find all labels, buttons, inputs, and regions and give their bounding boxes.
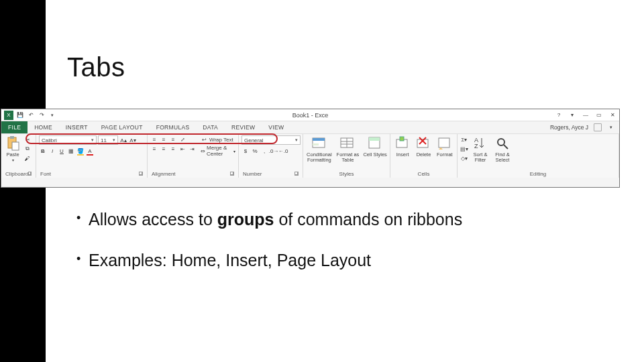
group-editing: Σ▾ ▤▾ ◇▾ AZ Sort & Filter Find & Select …	[458, 134, 619, 178]
excel-ribbon-screenshot: X 💾 ↶ ↷ ▾ Book1 - Exce ? ▾ — ▭ ✕ FILE HO…	[1, 109, 620, 188]
sort-filter-button[interactable]: AZ Sort & Filter	[470, 135, 490, 162]
qat-customize-icon[interactable]: ▾	[48, 111, 56, 119]
fill-icon[interactable]: ▤▾	[460, 145, 468, 153]
tab-home[interactable]: HOME	[28, 121, 59, 133]
increase-decimal-icon[interactable]: .0→	[270, 147, 278, 155]
svg-rect-5	[313, 143, 319, 145]
undo-icon[interactable]: ↶	[27, 111, 35, 119]
group-styles: Conditional Formatting Format as Table C…	[303, 134, 390, 178]
conditional-formatting-button[interactable]: Conditional Formatting	[306, 135, 333, 162]
delete-cells-button[interactable]: Delete	[414, 135, 433, 158]
svg-rect-4	[313, 138, 325, 141]
align-top-icon[interactable]: ≡	[150, 135, 158, 143]
number-format-select[interactable]: General▾	[241, 135, 301, 145]
quick-access-toolbar: X 💾 ↶ ↷ ▾ Book1 - Exce ? ▾ — ▭ ✕	[1, 109, 619, 121]
minimize-icon[interactable]: —	[582, 111, 590, 119]
find-icon	[494, 135, 511, 152]
insert-cells-button[interactable]: Insert	[393, 135, 412, 158]
decrease-decimal-icon[interactable]: ←.0	[279, 147, 287, 155]
increase-font-icon[interactable]: A▴	[119, 136, 127, 144]
comma-format-icon[interactable]: ,	[260, 147, 268, 155]
increase-indent-icon[interactable]: ⇥	[188, 145, 196, 153]
group-label: Font	[40, 171, 51, 177]
wrap-text-icon: ↩	[200, 135, 208, 143]
window-title: Book1 - Exce	[292, 112, 329, 119]
insert-cells-icon	[394, 135, 411, 152]
svg-point-20	[498, 139, 504, 145]
svg-rect-2	[12, 142, 19, 150]
close-icon[interactable]: ✕	[608, 111, 616, 119]
group-label: Alignment	[152, 171, 176, 177]
user-avatar-icon[interactable]	[594, 123, 602, 131]
italic-icon[interactable]: I	[48, 147, 56, 155]
underline-icon[interactable]: U	[58, 147, 66, 155]
find-select-button[interactable]: Find & Select	[492, 135, 513, 162]
chevron-down-icon: ▾	[295, 137, 298, 143]
format-cells-button[interactable]: Format	[435, 135, 454, 158]
autosum-icon[interactable]: Σ▾	[460, 135, 468, 143]
ribbon-body: Paste ▾ ✂ ⧉ 🖌 Clipboard Calibri▾ 11	[1, 133, 619, 178]
tab-page-layout[interactable]: PAGE LAYOUT	[95, 121, 150, 133]
svg-rect-1	[10, 136, 14, 139]
orientation-icon[interactable]: ⤢	[178, 135, 186, 143]
group-label: Styles	[339, 171, 354, 177]
align-left-icon[interactable]: ≡	[150, 145, 158, 153]
cell-styles-button[interactable]: Cell Styles	[363, 135, 387, 158]
conditional-formatting-icon	[311, 135, 327, 152]
maximize-icon[interactable]: ▭	[595, 111, 603, 119]
paste-icon	[5, 135, 21, 152]
decrease-font-icon[interactable]: A▾	[129, 136, 137, 144]
delete-cells-icon	[415, 135, 431, 152]
copy-icon[interactable]: ⧉	[23, 145, 32, 153]
font-size-select[interactable]: 11▾	[98, 135, 118, 145]
tab-insert[interactable]: INSERT	[59, 121, 95, 133]
fill-color-icon[interactable]: 🪣	[76, 147, 85, 155]
cut-icon[interactable]: ✂	[23, 135, 32, 143]
group-label: Cells	[418, 171, 430, 177]
dialog-launcher-icon[interactable]	[28, 172, 32, 176]
format-as-table-button[interactable]: Format as Table	[335, 135, 362, 162]
clear-icon[interactable]: ◇▾	[460, 154, 468, 162]
align-bottom-icon[interactable]: ≡	[169, 135, 177, 143]
group-number: General▾ $ % , .0→ ←.0 Number	[239, 134, 303, 178]
group-label: Number	[243, 171, 262, 177]
paste-label: Paste	[6, 152, 19, 158]
svg-text:Z: Z	[474, 143, 478, 149]
bullet-item: Examples: Home, Insert, Page Layout	[76, 250, 573, 271]
font-name-select[interactable]: Calibri▾	[39, 135, 97, 145]
bullet-list: Allows access to groups of commands on r…	[76, 209, 573, 292]
wrap-text-button[interactable]: ↩Wrap Text	[200, 135, 235, 143]
dialog-launcher-icon[interactable]	[230, 172, 234, 176]
align-middle-icon[interactable]: ≡	[160, 135, 168, 143]
bullet-item: Allows access to groups of commands on r…	[76, 209, 573, 230]
accounting-format-icon[interactable]: $	[241, 147, 250, 155]
border-icon[interactable]: ▦	[67, 147, 75, 155]
dialog-launcher-icon[interactable]	[294, 172, 299, 176]
svg-line-21	[504, 145, 508, 149]
merge-center-button[interactable]: ⇔Merge & Center▾	[200, 145, 235, 157]
tab-review[interactable]: REVIEW	[225, 121, 262, 133]
percent-format-icon[interactable]: %	[251, 147, 259, 155]
redo-icon[interactable]: ↷	[38, 111, 46, 119]
tab-file[interactable]: FILE	[1, 121, 28, 133]
user-name: Rogers, Ayce J	[550, 124, 588, 131]
bold-icon[interactable]: B	[39, 147, 47, 155]
user-menu-icon[interactable]: ▾	[607, 123, 615, 131]
font-color-icon[interactable]: A	[86, 147, 94, 155]
group-label: Clipboard	[5, 171, 28, 177]
tab-data[interactable]: DATA	[196, 121, 225, 133]
svg-rect-11	[369, 137, 380, 141]
align-right-icon[interactable]: ≡	[169, 145, 177, 153]
ribbon-options-icon[interactable]: ▾	[568, 111, 576, 119]
align-center-icon[interactable]: ≡	[160, 145, 168, 153]
format-painter-icon[interactable]: 🖌	[23, 154, 32, 162]
help-icon[interactable]: ?	[555, 111, 563, 119]
tab-formulas[interactable]: FORMULAS	[150, 121, 197, 133]
decrease-indent-icon[interactable]: ⇤	[178, 145, 186, 153]
dialog-launcher-icon[interactable]	[139, 172, 143, 176]
save-icon[interactable]: 💾	[16, 111, 24, 119]
format-as-table-icon	[339, 135, 356, 152]
tab-view[interactable]: VIEW	[262, 121, 290, 133]
cell-styles-icon	[367, 135, 383, 152]
paste-button[interactable]: Paste ▾	[4, 135, 21, 162]
